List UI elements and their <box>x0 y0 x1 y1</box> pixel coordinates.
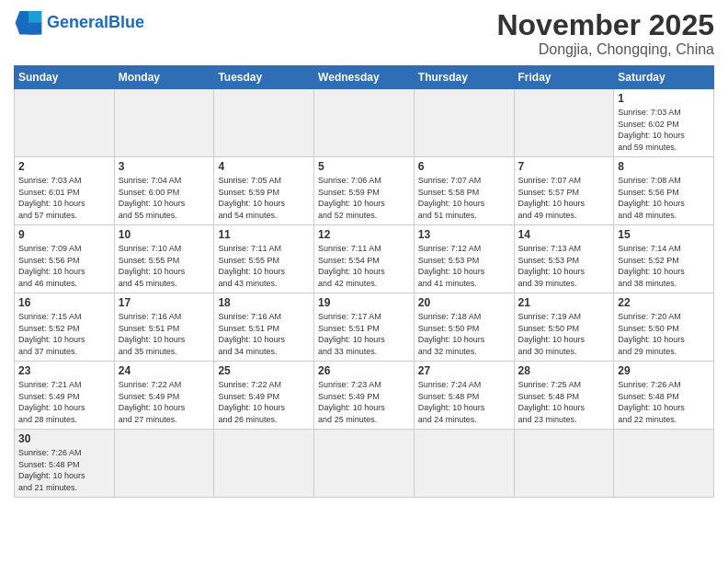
day-number: 30 <box>18 432 110 445</box>
day-cell: 1Sunrise: 7:03 AM Sunset: 6:02 PM Daylig… <box>614 89 714 157</box>
calendar-body: 1Sunrise: 7:03 AM Sunset: 6:02 PM Daylig… <box>15 89 714 497</box>
weekday-header-thursday: Thursday <box>414 66 514 89</box>
day-cell: 13Sunrise: 7:12 AM Sunset: 5:53 PM Dayli… <box>414 225 514 293</box>
day-info: Sunrise: 7:07 AM Sunset: 5:58 PM Dayligh… <box>418 175 510 221</box>
day-cell: 27Sunrise: 7:24 AM Sunset: 5:48 PM Dayli… <box>414 362 514 430</box>
day-number: 12 <box>318 228 410 241</box>
day-cell: 11Sunrise: 7:11 AM Sunset: 5:55 PM Dayli… <box>214 225 314 293</box>
day-cell <box>614 430 714 497</box>
svg-marker-2 <box>28 23 41 35</box>
day-number: 6 <box>418 160 510 173</box>
day-cell: 29Sunrise: 7:26 AM Sunset: 5:48 PM Dayli… <box>614 362 714 430</box>
day-number: 16 <box>18 296 110 309</box>
day-cell: 15Sunrise: 7:14 AM Sunset: 5:52 PM Dayli… <box>614 225 714 293</box>
day-cell <box>414 430 514 497</box>
weekday-header-friday: Friday <box>514 66 614 89</box>
day-cell: 5Sunrise: 7:06 AM Sunset: 5:59 PM Daylig… <box>314 157 415 225</box>
day-cell: 25Sunrise: 7:22 AM Sunset: 5:49 PM Dayli… <box>214 362 314 430</box>
day-cell <box>114 89 214 157</box>
day-cell <box>314 430 415 497</box>
day-number: 21 <box>518 296 610 309</box>
day-info: Sunrise: 7:16 AM Sunset: 5:51 PM Dayligh… <box>119 311 210 357</box>
day-cell: 7Sunrise: 7:07 AM Sunset: 5:57 PM Daylig… <box>514 157 614 225</box>
day-cell <box>514 430 614 497</box>
day-number: 14 <box>518 228 610 241</box>
day-cell: 26Sunrise: 7:23 AM Sunset: 5:49 PM Dayli… <box>314 362 415 430</box>
day-cell: 16Sunrise: 7:15 AM Sunset: 5:52 PM Dayli… <box>15 293 115 362</box>
day-number: 8 <box>618 160 710 173</box>
logo-blue: Blue <box>108 13 144 31</box>
day-info: Sunrise: 7:15 AM Sunset: 5:52 PM Dayligh… <box>18 311 110 357</box>
day-info: Sunrise: 7:09 AM Sunset: 5:56 PM Dayligh… <box>18 243 110 289</box>
day-info: Sunrise: 7:22 AM Sunset: 5:49 PM Dayligh… <box>218 379 310 425</box>
day-cell <box>414 89 514 157</box>
day-number: 29 <box>618 364 710 377</box>
week-row-1: 2Sunrise: 7:03 AM Sunset: 6:01 PM Daylig… <box>15 157 714 225</box>
day-cell: 28Sunrise: 7:25 AM Sunset: 5:48 PM Dayli… <box>514 362 614 430</box>
day-info: Sunrise: 7:05 AM Sunset: 5:59 PM Dayligh… <box>218 175 310 221</box>
day-cell: 8Sunrise: 7:08 AM Sunset: 5:56 PM Daylig… <box>614 157 714 225</box>
day-cell: 6Sunrise: 7:07 AM Sunset: 5:58 PM Daylig… <box>414 157 514 225</box>
day-number: 22 <box>618 296 710 309</box>
day-info: Sunrise: 7:03 AM Sunset: 6:01 PM Dayligh… <box>18 175 110 221</box>
day-number: 3 <box>119 160 210 173</box>
day-number: 2 <box>18 160 110 173</box>
logo-text: GeneralBlue <box>47 14 144 30</box>
calendar-header: SundayMondayTuesdayWednesdayThursdayFrid… <box>15 66 714 89</box>
day-info: Sunrise: 7:13 AM Sunset: 5:53 PM Dayligh… <box>518 243 610 289</box>
day-info: Sunrise: 7:07 AM Sunset: 5:57 PM Dayligh… <box>518 175 610 221</box>
day-number: 23 <box>18 364 110 377</box>
day-info: Sunrise: 7:24 AM Sunset: 5:48 PM Dayligh… <box>418 379 510 425</box>
day-number: 5 <box>318 160 410 173</box>
day-cell: 21Sunrise: 7:19 AM Sunset: 5:50 PM Dayli… <box>514 293 614 362</box>
page: GeneralBlue November 2025 Dongjia, Chong… <box>0 0 728 563</box>
day-number: 10 <box>119 228 210 241</box>
day-cell: 19Sunrise: 7:17 AM Sunset: 5:51 PM Dayli… <box>314 293 415 362</box>
weekday-header-wednesday: Wednesday <box>314 66 415 89</box>
day-cell: 18Sunrise: 7:16 AM Sunset: 5:51 PM Dayli… <box>214 293 314 362</box>
logo-general: General <box>47 13 108 31</box>
week-row-0: 1Sunrise: 7:03 AM Sunset: 6:02 PM Daylig… <box>15 89 714 157</box>
day-number: 9 <box>18 228 110 241</box>
day-number: 26 <box>318 364 410 377</box>
day-info: Sunrise: 7:17 AM Sunset: 5:51 PM Dayligh… <box>318 311 410 357</box>
calendar-title: November 2025 <box>496 9 714 41</box>
day-info: Sunrise: 7:18 AM Sunset: 5:50 PM Dayligh… <box>418 311 510 357</box>
day-info: Sunrise: 7:16 AM Sunset: 5:51 PM Dayligh… <box>218 311 310 357</box>
day-cell <box>214 89 314 157</box>
weekday-header-saturday: Saturday <box>614 66 714 89</box>
week-row-2: 9Sunrise: 7:09 AM Sunset: 5:56 PM Daylig… <box>15 225 714 293</box>
day-info: Sunrise: 7:03 AM Sunset: 6:02 PM Dayligh… <box>618 107 710 153</box>
day-cell <box>514 89 614 157</box>
day-cell: 2Sunrise: 7:03 AM Sunset: 6:01 PM Daylig… <box>15 157 115 225</box>
day-info: Sunrise: 7:21 AM Sunset: 5:49 PM Dayligh… <box>18 379 110 425</box>
day-number: 18 <box>218 296 310 309</box>
weekday-row: SundayMondayTuesdayWednesdayThursdayFrid… <box>15 66 714 89</box>
day-number: 20 <box>418 296 510 309</box>
day-cell: 9Sunrise: 7:09 AM Sunset: 5:56 PM Daylig… <box>15 225 115 293</box>
day-info: Sunrise: 7:11 AM Sunset: 5:55 PM Dayligh… <box>218 243 310 289</box>
svg-marker-1 <box>28 11 41 23</box>
day-info: Sunrise: 7:08 AM Sunset: 5:56 PM Dayligh… <box>618 175 710 221</box>
day-cell: 4Sunrise: 7:05 AM Sunset: 5:59 PM Daylig… <box>214 157 314 225</box>
week-row-3: 16Sunrise: 7:15 AM Sunset: 5:52 PM Dayli… <box>15 293 714 362</box>
calendar-table: SundayMondayTuesdayWednesdayThursdayFrid… <box>14 65 714 497</box>
day-number: 4 <box>218 160 310 173</box>
day-info: Sunrise: 7:26 AM Sunset: 5:48 PM Dayligh… <box>18 447 110 493</box>
day-number: 25 <box>218 364 310 377</box>
weekday-header-sunday: Sunday <box>15 66 115 89</box>
day-info: Sunrise: 7:25 AM Sunset: 5:48 PM Dayligh… <box>518 379 610 425</box>
day-number: 15 <box>618 228 710 241</box>
day-info: Sunrise: 7:14 AM Sunset: 5:52 PM Dayligh… <box>618 243 710 289</box>
day-info: Sunrise: 7:22 AM Sunset: 5:49 PM Dayligh… <box>119 379 210 425</box>
day-number: 7 <box>518 160 610 173</box>
logo: GeneralBlue <box>14 9 144 35</box>
day-info: Sunrise: 7:04 AM Sunset: 6:00 PM Dayligh… <box>119 175 210 221</box>
day-info: Sunrise: 7:26 AM Sunset: 5:48 PM Dayligh… <box>618 379 710 425</box>
day-cell: 30Sunrise: 7:26 AM Sunset: 5:48 PM Dayli… <box>15 430 115 497</box>
day-info: Sunrise: 7:06 AM Sunset: 5:59 PM Dayligh… <box>318 175 410 221</box>
day-info: Sunrise: 7:20 AM Sunset: 5:50 PM Dayligh… <box>618 311 710 357</box>
week-row-5: 30Sunrise: 7:26 AM Sunset: 5:48 PM Dayli… <box>15 430 714 497</box>
day-number: 13 <box>418 228 510 241</box>
day-cell: 24Sunrise: 7:22 AM Sunset: 5:49 PM Dayli… <box>114 362 214 430</box>
